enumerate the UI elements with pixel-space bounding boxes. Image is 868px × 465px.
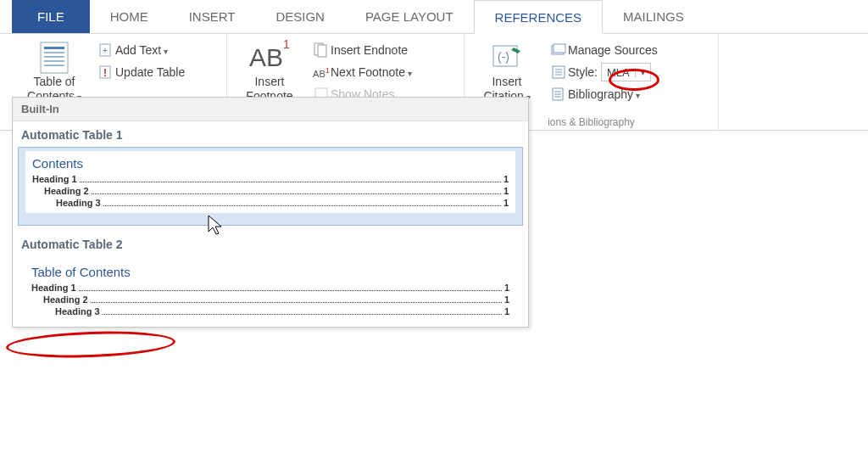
chevron-down-icon[interactable]: ▾: [635, 68, 650, 77]
style-icon: [549, 64, 568, 80]
tab-home[interactable]: HOME: [90, 0, 169, 33]
add-text-button[interactable]: + Add Text: [93, 39, 188, 61]
next-footnote-icon: AB1: [312, 66, 331, 79]
ribbon-tabs: FILE HOME INSERT DESIGN PAGE LAYOUT REFE…: [0, 0, 868, 34]
style-combobox[interactable]: MLA ▾: [601, 63, 651, 81]
toc-line: Heading 31: [31, 306, 509, 317]
svg-rect-5: [44, 64, 64, 66]
toc-line: Heading 11: [31, 283, 509, 293]
bibliography-icon: [549, 87, 568, 102]
svg-text:(-): (-): [498, 50, 509, 64]
add-text-label: Add Text: [115, 43, 168, 57]
footnote-icon: AB1: [249, 41, 290, 75]
gallery-item-auto2[interactable]: Table of Contents Heading 11Heading 21He…: [18, 260, 523, 322]
toc-icon: [40, 41, 69, 75]
next-footnote-label: Next Footnote: [331, 65, 412, 79]
add-text-icon: +: [97, 42, 115, 58]
manage-sources-label: Manage Sources: [568, 43, 658, 57]
tab-design[interactable]: DESIGN: [255, 0, 345, 33]
svg-text:!: !: [103, 67, 107, 79]
manage-sources-icon: [549, 42, 568, 58]
svg-text:+: +: [103, 46, 108, 55]
style-label: Style:: [568, 65, 598, 79]
toc-preview2-title: Table of Contents: [31, 265, 509, 279]
toc-preview-1: Contents Heading 11Heading 21Heading 31: [25, 151, 515, 213]
gallery-auto1-title: Automatic Table 1: [13, 121, 528, 147]
svg-rect-1: [44, 47, 64, 49]
update-table-icon: !: [97, 64, 115, 80]
tab-insert[interactable]: INSERT: [169, 0, 256, 33]
annotation-circle-auto2: [6, 329, 176, 361]
footnote-sup: 1: [283, 37, 290, 51]
update-table-button[interactable]: ! Update Table: [93, 61, 188, 83]
endnote-icon: [312, 42, 331, 58]
svg-rect-16: [554, 44, 565, 53]
insert-endnote-button[interactable]: Insert Endnote: [309, 39, 415, 61]
toc-line: Heading 21: [32, 186, 509, 196]
bibliography-button[interactable]: Bibliography: [546, 83, 661, 105]
toc-line: Heading 31: [32, 198, 509, 208]
toc-preview1-title: Contents: [32, 156, 509, 171]
svg-rect-4: [44, 60, 64, 62]
insert-endnote-label: Insert Endnote: [331, 43, 408, 57]
style-value: MLA: [602, 66, 635, 79]
tab-page-layout[interactable]: PAGE LAYOUT: [345, 0, 474, 33]
svg-rect-11: [318, 45, 326, 57]
tab-mailings[interactable]: MAILINGS: [603, 0, 704, 33]
svg-rect-2: [44, 52, 64, 53]
next-footnote-button[interactable]: AB1 Next Footnote: [309, 61, 415, 83]
style-selector[interactable]: Style: MLA ▾: [546, 61, 661, 83]
toc-preview-2: Table of Contents Heading 11Heading 21He…: [25, 260, 516, 322]
gallery-auto2-title: Automatic Table 2: [13, 231, 528, 256]
tab-file[interactable]: FILE: [12, 0, 90, 33]
citation-icon: (-): [490, 41, 524, 75]
manage-sources-button[interactable]: Manage Sources: [546, 39, 661, 61]
toc-line: Heading 11: [32, 174, 509, 184]
toc-line: Heading 21: [31, 294, 509, 305]
update-table-label: Update Table: [115, 65, 185, 79]
toc-gallery: Built-In Automatic Table 1 Contents Head…: [12, 97, 529, 328]
bibliography-label: Bibliography: [568, 87, 640, 101]
svg-rect-3: [44, 56, 64, 58]
tab-references[interactable]: REFERENCES: [474, 0, 604, 34]
gallery-header-builtin: Built-In: [13, 98, 528, 121]
footnote-ab: AB: [249, 43, 283, 71]
gallery-item-auto1[interactable]: Contents Heading 11Heading 21Heading 31: [18, 147, 523, 226]
